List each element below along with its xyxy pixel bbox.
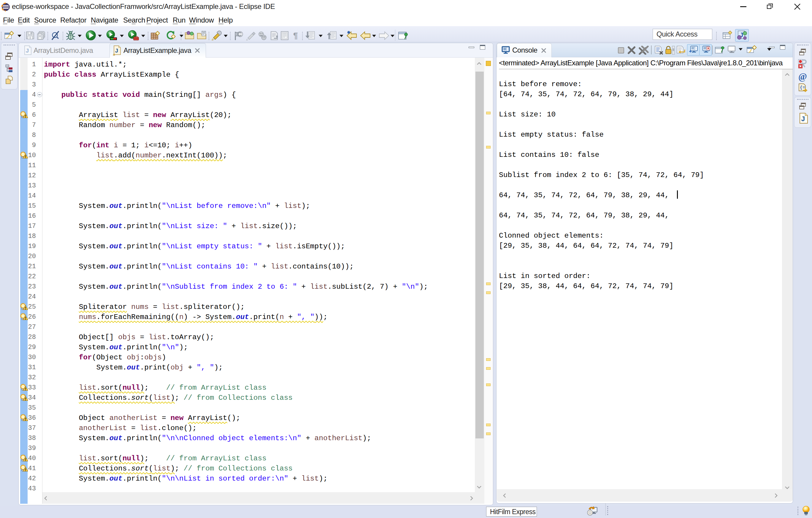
svg-text:{=: {= xyxy=(800,85,805,90)
svg-text:J: J xyxy=(26,48,29,54)
svg-text:!: ! xyxy=(114,53,114,56)
svg-text:J: J xyxy=(801,115,805,123)
svg-text:J: J xyxy=(115,48,118,54)
